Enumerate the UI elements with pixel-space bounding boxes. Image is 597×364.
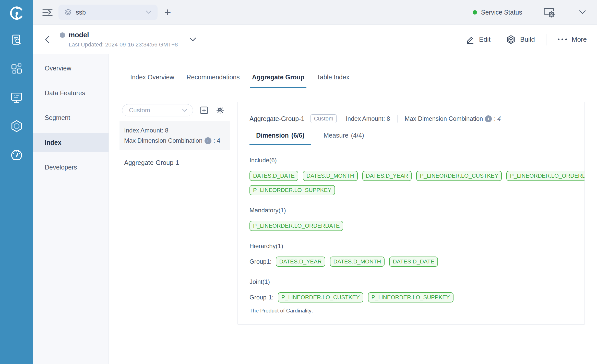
hierarchy-tags: DATES.D_YEARDATES.D_MONTHDATES.D_DATE [276, 257, 438, 267]
dimension-tag: DATES.D_YEAR [362, 171, 412, 181]
joint-tags: P_LINEORDER.LO_CUSTKEYP_LINEORDER.LO_SUP… [278, 292, 453, 302]
model-expand-chevron-icon[interactable] [189, 38, 196, 42]
custom-badge: Custom [311, 114, 337, 123]
build-cube-icon [506, 35, 516, 44]
info-icon[interactable]: i [205, 137, 211, 144]
aggregate-settings-button[interactable] [216, 106, 224, 114]
last-updated: Last Updated: 2024-09-16 23:34:56 GMT+8 [69, 41, 178, 48]
dimension-tag: P_LINEORDER.LO_ORDERDATE [249, 221, 343, 231]
data-assets-icon[interactable] [10, 62, 23, 76]
cardinality-note: The Product of Cardinality: -- [249, 308, 584, 314]
edit-label: Edit [479, 35, 491, 43]
app-rail [0, 0, 33, 364]
dimension-tag: P_LINEORDER.LO_CUSTKEY [416, 171, 502, 181]
back-icon[interactable] [45, 36, 50, 43]
joint-group-row: Group-1: P_LINEORDER.LO_CUSTKEYP_LINEORD… [249, 292, 584, 302]
snapshot-icon[interactable] [10, 119, 23, 133]
dimension-measure-tabs: Dimension(6/6) Measure(4/4) [249, 132, 584, 145]
hierarchy-group-label: Group1: [249, 258, 272, 265]
tab-index-overview[interactable]: Index Overview [128, 74, 176, 88]
service-status-dot [473, 10, 477, 15]
include-tag-row-2: P_LINEORDER.LO_SUPPKEY [249, 185, 584, 195]
detail-max-dimension: Max Dimension Combination i : 4 [405, 115, 501, 122]
dimension-tag: DATES.D_MONTH [303, 171, 358, 181]
project-name: ssb [76, 9, 146, 16]
sidenav-item-index[interactable]: Index [33, 133, 109, 152]
top-bar: ssb + Service Status [33, 0, 597, 25]
pencil-icon [466, 35, 474, 44]
sidenav-item-data-features[interactable]: Data Features [33, 83, 109, 103]
dimension-tag: DATES.D_DATE [389, 257, 438, 267]
dimension-tag: P_LINEORDER.LO_CUSTKEY [278, 292, 363, 302]
service-status-label[interactable]: Service Status [481, 9, 522, 16]
model-side-nav: Overview Data Features Segment Index Dev… [33, 54, 109, 364]
ellipsis-icon [558, 39, 567, 40]
mandatory-tag-row: P_LINEORDER.LO_ORDERDATE [249, 221, 584, 231]
divider [532, 7, 532, 18]
index-type-select[interactable]: Custom [122, 104, 193, 116]
info-icon[interactable]: i [485, 115, 492, 122]
chevron-down-icon [182, 109, 187, 112]
more-button[interactable]: More [558, 35, 587, 43]
tab-dimension[interactable]: Dimension(6/6) [249, 132, 311, 145]
dimension-tag: P_LINEORDER.LO_SUPPKEY [249, 185, 335, 195]
dimension-tag: P_LINEORDER.LO_ORDERDATE [506, 171, 584, 181]
divider [546, 34, 546, 45]
detail-index-amount: Index Amount: 8 [346, 115, 390, 122]
summary-max-dimension: Max Dimension Combination i : 4 [124, 136, 230, 146]
joint-group-label: Group-1: [249, 294, 274, 301]
include-section-label: Include(6) [249, 156, 584, 164]
dimension-tag: DATES.D_YEAR [276, 257, 325, 267]
index-type-placeholder: Custom [129, 107, 182, 114]
aggregate-group-list-panel: Custom [109, 88, 230, 360]
sidenav-item-overview[interactable]: Overview [33, 58, 109, 78]
layers-icon [65, 9, 72, 16]
query-insight-icon[interactable] [10, 34, 23, 47]
tab-recommendations[interactable]: Recommendations [184, 74, 242, 88]
dimension-tag: DATES.D_MONTH [330, 257, 385, 267]
tab-aggregate-group[interactable]: Aggregate Group [250, 74, 307, 88]
index-tabs: Index Overview Recommendations Aggregate… [109, 54, 597, 88]
add-project-button[interactable]: + [164, 7, 171, 17]
sidenav-item-segment[interactable]: Segment [33, 108, 109, 127]
build-label: Build [520, 35, 535, 43]
include-tag-row-1: DATES.D_DATEDATES.D_MONTHDATES.D_YEARP_L… [249, 171, 584, 181]
admin-settings-icon[interactable] [543, 7, 556, 18]
dimension-tag: DATES.D_DATE [249, 171, 298, 181]
sidenav-item-developers[interactable]: Developers [33, 157, 109, 177]
kylin-logo [0, 0, 33, 26]
account-chevron-icon[interactable] [579, 10, 586, 14]
dimension-tag: P_LINEORDER.LO_SUPPKEY [368, 292, 453, 302]
joint-section-label: Joint(1) [249, 278, 584, 286]
hierarchy-group-row: Group1: DATES.D_YEARDATES.D_MONTHDATES.D… [249, 257, 584, 267]
menu-unfold-icon[interactable] [42, 8, 53, 17]
build-button[interactable]: Build [506, 35, 535, 44]
summary-index-amount: Index Amount: 8 [124, 125, 230, 136]
more-label: More [572, 35, 587, 43]
mandatory-section-label: Mandatory(1) [249, 207, 584, 214]
divider [397, 115, 398, 123]
add-aggregate-group-button[interactable] [200, 106, 208, 114]
tab-measure[interactable]: Measure(4/4) [317, 132, 371, 145]
dashboard-icon[interactable] [10, 148, 23, 161]
project-selector[interactable]: ssb [58, 5, 158, 20]
job-monitor-icon[interactable] [10, 91, 23, 104]
chevron-down-icon [146, 10, 151, 14]
aggregate-group-list-item[interactable]: Aggregate-Group-1 [109, 157, 230, 168]
edit-button[interactable]: Edit [466, 35, 491, 44]
aggregate-summary: Index Amount: 8 Max Dimension Combinatio… [120, 121, 230, 150]
model-header: model Last Updated: 2024-09-16 23:34:56 … [33, 25, 597, 54]
hierarchy-section-label: Hierarchy(1) [249, 242, 584, 250]
model-status-dot [60, 32, 65, 38]
aggregate-group-detail-card: Aggregate-Group-1 Custom Index Amount: 8… [237, 102, 585, 325]
index-page: Index Overview Recommendations Aggregate… [109, 54, 597, 364]
detail-title: Aggregate-Group-1 [249, 115, 304, 123]
tab-table-index[interactable]: Table Index [315, 74, 351, 88]
model-title: model [69, 31, 89, 39]
